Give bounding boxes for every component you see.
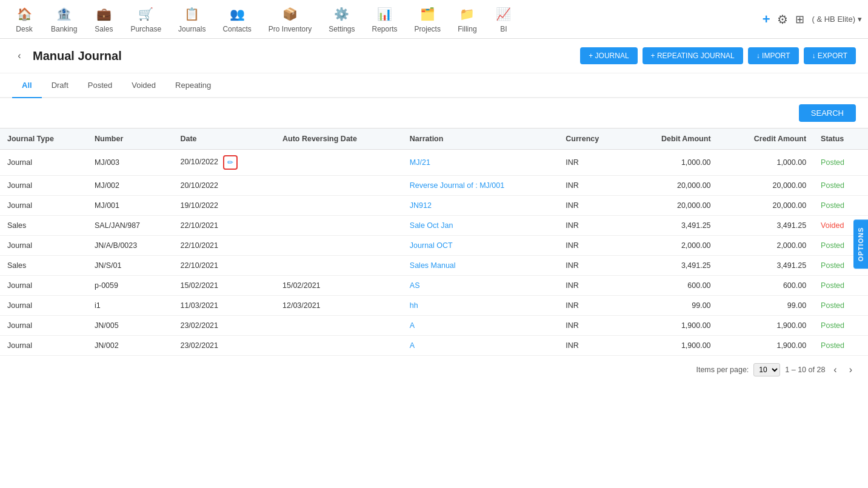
cell-narration[interactable]: Reverse Journal of : MJ/001 [402,176,558,196]
narration-link[interactable]: MJ/21 [410,158,430,167]
cell-auto-reversing-date [275,256,402,276]
nav-item-projects[interactable]: 🗂️ Projects [406,1,449,38]
prev-page-button[interactable]: ‹ [830,363,840,376]
narration-link[interactable]: A [410,321,415,330]
journal-table-container: Journal Type Number Date Auto Reversing … [0,128,868,356]
cell-auto-reversing-date [275,236,402,256]
col-journal-type: Journal Type [0,129,87,150]
table-row[interactable]: Journal MJ/001 19/10/2022 JN912 INR 20,0… [0,196,868,216]
export-button[interactable]: ↓ EXPORT [804,47,856,64]
cell-status: Posted [813,316,868,336]
nav-item-contacts[interactable]: 👥 Contacts [214,1,259,38]
narration-link[interactable]: Reverse Journal of : MJ/001 [410,181,504,190]
nav-item-bi[interactable]: 📈 BI [486,1,522,38]
table-row[interactable]: Journal JN/005 23/02/2021 A INR 1,900.00… [0,316,868,336]
cell-narration[interactable]: Journal OCT [402,236,558,256]
tab-posted[interactable]: Posted [78,73,122,98]
table-row[interactable]: Journal p-0059 15/02/2021 15/02/2021 AS … [0,276,868,296]
pagination-bar: Items per page: 10 25 50 1 – 10 of 28 ‹ … [0,356,868,384]
next-page-button[interactable]: › [846,363,856,376]
search-area: SEARCH [0,98,868,128]
nav-item-reports[interactable]: 📊 Reports [364,1,406,38]
import-button[interactable]: ↓ IMPORT [748,47,799,64]
status-badge: Posted [821,241,844,250]
table-row[interactable]: Journal MJ/003 20/10/2022 ✏ MJ/21 INR 1,… [0,150,868,176]
cell-number: p-0059 [87,276,173,296]
nav-item-purchase[interactable]: 🛒 Purchase [122,1,170,38]
cell-narration[interactable]: hh [402,296,558,316]
filling-icon: 📁 [459,5,476,22]
cell-narration[interactable]: MJ/21 [402,150,558,176]
cell-auto-reversing-date: 12/03/2021 [275,296,402,316]
nav-item-desk[interactable]: 🏠 Desk [6,1,42,38]
nav-label-filling: Filling [458,25,476,33]
table-row[interactable]: Journal i1 11/03/2021 12/03/2021 hh INR … [0,296,868,316]
cell-currency: INR [558,256,627,276]
table-row[interactable]: Journal MJ/002 20/10/2022 Reverse Journa… [0,176,868,196]
tab-all[interactable]: All [12,73,42,98]
add-button[interactable]: + [763,12,770,27]
options-tab[interactable]: OPTIONS [853,219,868,269]
back-button[interactable]: ‹ [12,48,27,63]
nav-item-banking[interactable]: 🏦 Banking [42,1,85,38]
table-row[interactable]: Journal JN/A/B/0023 22/10/2021 Journal O… [0,236,868,256]
cell-narration[interactable]: AS [402,276,558,296]
narration-link[interactable]: AS [410,281,420,290]
cell-number: JN/005 [87,316,173,336]
cell-currency: INR [558,276,627,296]
repeating-journal-button[interactable]: + REPEATING JOURNAL [643,47,743,64]
journal-button[interactable]: + JOURNAL [580,47,637,64]
tab-repeating[interactable]: Repeating [165,73,221,98]
status-badge: Posted [821,321,844,330]
cell-date: 11/03/2021 [173,296,275,316]
cell-narration[interactable]: JN912 [402,196,558,216]
status-badge: Posted [821,181,844,190]
nav-right: + ⚙ ⊞ ( & HB Elite) ▾ [763,12,862,27]
items-per-page-label: Items per page: [696,366,749,374]
nav-item-filling[interactable]: 📁 Filling [449,1,486,38]
cell-number: SAL/JAN/987 [87,216,173,236]
tab-draft[interactable]: Draft [42,73,78,98]
table-row[interactable]: Sales SAL/JAN/987 22/10/2021 Sale Oct Ja… [0,216,868,236]
narration-link[interactable]: Sales Manual [410,261,456,270]
col-number: Number [87,129,173,150]
cell-currency: INR [558,216,627,236]
cell-debit-amount: 3,491.25 [627,256,718,276]
grid-icon[interactable]: ⊞ [795,13,804,26]
cell-narration[interactable]: A [402,316,558,336]
tab-voided[interactable]: Voided [122,73,165,98]
table-row[interactable]: Sales JN/S/01 22/10/2021 Sales Manual IN… [0,256,868,276]
cell-debit-amount: 3,491.25 [627,216,718,236]
narration-link[interactable]: hh [410,301,418,310]
nav-label-desk: Desk [16,25,32,33]
narration-link[interactable]: Sale Oct Jan [410,221,453,230]
nav-item-sales[interactable]: 💼 Sales [85,1,122,38]
cell-currency: INR [558,316,627,336]
cell-date: 15/02/2021 [173,276,275,296]
nav-item-pro-inventory[interactable]: 📦 Pro Inventory [260,1,320,38]
user-menu[interactable]: ( & HB Elite) ▾ [812,15,862,24]
gear-icon[interactable]: ⚙ [777,12,788,27]
cell-narration[interactable]: Sale Oct Jan [402,216,558,236]
nav-label-pro-inventory: Pro Inventory [269,25,312,33]
cell-narration[interactable]: Sales Manual [402,256,558,276]
bi-icon: 📈 [495,5,512,22]
nav-label-sales: Sales [95,25,113,33]
items-per-page-select[interactable]: 10 25 50 [753,363,780,376]
col-narration: Narration [402,129,558,150]
cell-narration[interactable]: A [402,336,558,356]
search-button[interactable]: SEARCH [799,104,856,122]
cell-journal-type: Journal [0,276,87,296]
col-status: Status [813,129,868,150]
nav-label-banking: Banking [51,25,77,33]
page-header-left: ‹ Manual Journal [12,48,122,63]
top-navigation: 🏠 Desk 🏦 Banking 💼 Sales 🛒 Purchase 📋 Jo… [0,0,868,39]
table-row[interactable]: Journal JN/002 23/02/2021 A INR 1,900.00… [0,336,868,356]
nav-item-journals[interactable]: 📋 Journals [170,1,214,38]
cell-debit-amount: 20,000.00 [627,196,718,216]
narration-link[interactable]: JN912 [410,201,432,210]
narration-link[interactable]: Journal OCT [410,241,453,250]
edit-icon[interactable]: ✏ [223,155,238,170]
nav-item-settings[interactable]: ⚙️ Settings [320,1,363,38]
narration-link[interactable]: A [410,341,415,350]
